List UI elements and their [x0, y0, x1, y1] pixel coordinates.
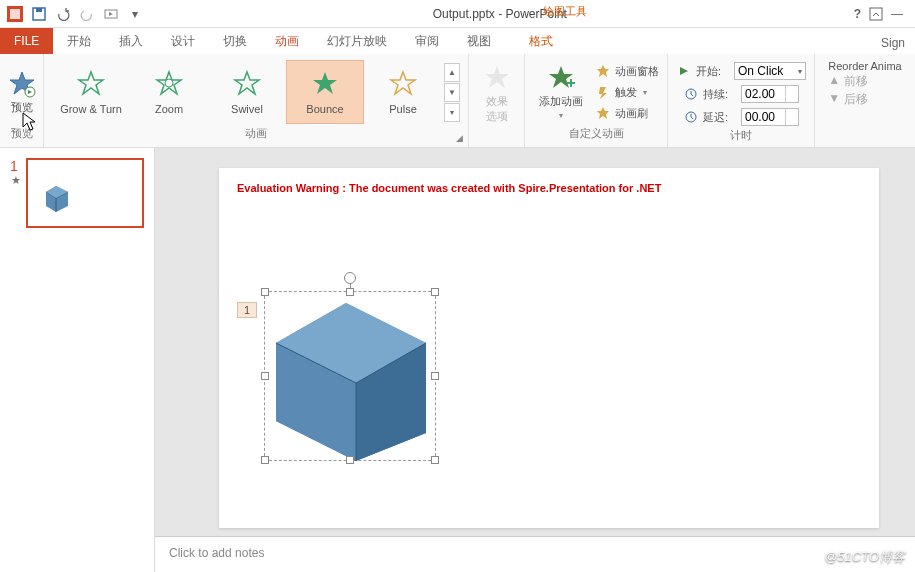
title-bar: ▾ Output.pptx - PowerPoint绘图工具 ? —	[0, 0, 915, 28]
selected-shape-cube[interactable]	[264, 291, 436, 461]
gallery-bounce[interactable]: Bounce	[286, 60, 364, 124]
notes-pane[interactable]: Click to add notes	[155, 536, 915, 572]
up-arrow-icon: ▲	[828, 73, 840, 90]
tab-insert[interactable]: 插入	[105, 29, 157, 54]
tab-file[interactable]: FILE	[0, 28, 53, 54]
animation-pane-icon	[595, 63, 611, 79]
duration-icon	[683, 86, 699, 102]
evaluation-warning: Evaluation Warning : The document was cr…	[237, 182, 661, 194]
preview-star-icon	[8, 70, 36, 98]
gallery-pulse[interactable]: Pulse	[364, 60, 442, 124]
redo-icon[interactable]	[76, 3, 98, 25]
painter-icon	[595, 105, 611, 121]
animation-pane-button[interactable]: 动画窗格	[595, 63, 659, 79]
gallery-more[interactable]: ▾	[444, 103, 460, 122]
reorder-title: Reorder Anima	[828, 60, 901, 72]
gallery-scroll-up[interactable]: ▲	[444, 63, 460, 82]
trigger-icon	[595, 84, 611, 100]
qat-dropdown-icon[interactable]: ▾	[124, 3, 146, 25]
move-earlier-button[interactable]: ▲前移	[828, 73, 901, 90]
cursor-icon	[22, 112, 38, 132]
svg-point-7	[165, 79, 173, 87]
gallery-grow-turn[interactable]: Grow & Turn	[52, 60, 130, 124]
animation-gallery[interactable]: Grow & Turn Zoom Swivel Bounce Pulse	[52, 60, 442, 124]
animation-painter-button[interactable]: 动画刷	[595, 105, 659, 121]
move-later-button[interactable]: ▼后移	[828, 91, 901, 108]
gallery-swivel[interactable]: Swivel	[208, 60, 286, 124]
tab-format[interactable]: 格式	[515, 29, 567, 54]
duration-spin[interactable]: 02.00	[741, 85, 799, 103]
rotate-handle-icon[interactable]	[344, 272, 356, 284]
add-animation-icon	[547, 64, 575, 92]
animation-tag[interactable]: 1	[237, 302, 257, 318]
watermark: @51CTO博客	[824, 548, 905, 566]
tab-home[interactable]: 开始	[53, 29, 105, 54]
ribbon-tabs: FILE 开始 插入 设计 切换 动画 幻灯片放映 审阅 视图 格式 Sign	[0, 28, 915, 54]
effect-options-button: 效果选项	[475, 62, 519, 126]
effect-options-icon	[483, 64, 511, 92]
gallery-scroll-down[interactable]: ▼	[444, 83, 460, 102]
ribbon-display-options-icon[interactable]	[869, 7, 883, 21]
tab-transitions[interactable]: 切换	[209, 29, 261, 54]
tab-slideshow[interactable]: 幻灯片放映	[313, 29, 401, 54]
add-animation-button[interactable]: 添加动画 ▾	[533, 62, 589, 122]
animation-dialog-launcher[interactable]: ◢	[453, 132, 465, 144]
preview-button[interactable]: 预览	[0, 68, 44, 117]
svg-rect-1	[10, 9, 20, 19]
undo-icon[interactable]	[52, 3, 74, 25]
tab-view[interactable]: 视图	[453, 29, 505, 54]
svg-rect-9	[570, 79, 572, 87]
help-icon[interactable]: ?	[854, 7, 861, 21]
save-icon[interactable]	[28, 3, 50, 25]
svg-rect-5	[870, 8, 882, 20]
delay-icon	[683, 109, 699, 125]
down-arrow-icon: ▼	[828, 91, 840, 108]
slide-thumbnail-1[interactable]	[26, 158, 144, 228]
tab-design[interactable]: 设计	[157, 29, 209, 54]
sign-in-button[interactable]: Sign	[871, 32, 915, 54]
svg-rect-3	[36, 8, 42, 12]
gallery-zoom[interactable]: Zoom	[130, 60, 208, 124]
start-from-beginning-icon[interactable]	[100, 3, 122, 25]
ribbon: 预览 预览 Grow & Turn Zoom Swivel Bounce Pul…	[0, 54, 915, 148]
slide-canvas[interactable]: Evaluation Warning : The document was cr…	[219, 168, 879, 528]
minimize-icon[interactable]: —	[891, 7, 903, 21]
tab-review[interactable]: 审阅	[401, 29, 453, 54]
cube-shape-icon	[42, 182, 72, 212]
app-icon	[4, 3, 26, 25]
slide-number: 1	[10, 158, 22, 174]
contextual-tools-label: 绘图工具	[543, 4, 587, 19]
start-combo[interactable]: On Click▾	[734, 62, 806, 80]
delay-spin[interactable]: 00.00	[741, 108, 799, 126]
trigger-button[interactable]: 触发▾	[595, 84, 659, 100]
start-icon	[676, 63, 692, 79]
slide-thumbnail-panel[interactable]: 1 ★	[0, 148, 155, 572]
tab-animations[interactable]: 动画	[261, 29, 313, 54]
animation-indicator-icon: ★	[11, 174, 21, 187]
